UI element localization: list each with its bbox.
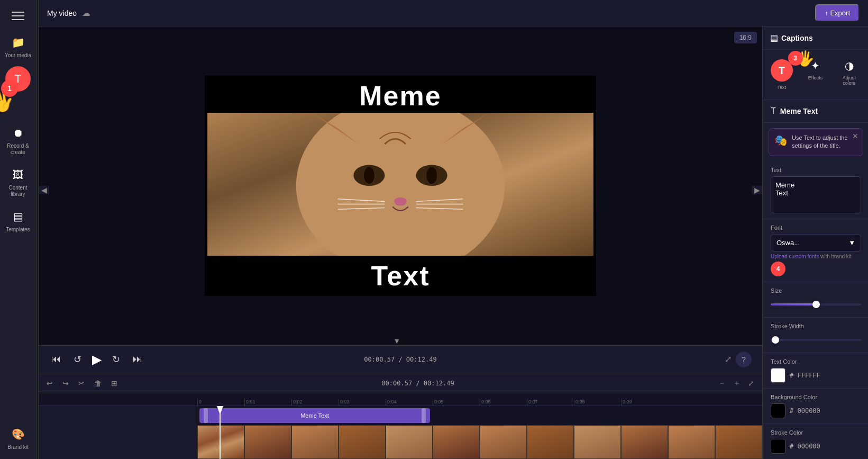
stroke-slider-thumb[interactable]: [772, 336, 779, 344]
sidebar-label-your-media: Your media: [5, 52, 31, 59]
undo-button[interactable]: ↩: [44, 377, 56, 389]
track-label-meme-text: [39, 406, 197, 425]
sidebar-item-brand-kit[interactable]: 🎨 Brand kit: [0, 422, 36, 454]
captions-icon: ▤: [770, 33, 778, 43]
time-display: 00:00.57 / 00:12.49: [364, 356, 436, 363]
ruler-marks: 0 0:01 0:02 0:03 0:04 0:05 0:06 0:07 0:0…: [197, 399, 668, 406]
adjust-colors-label: Adjustcolors: [843, 75, 856, 86]
video-thumb-6: [433, 425, 480, 459]
video-thumb-7: [480, 425, 527, 459]
video-area-wrapper: ◀ Meme: [39, 26, 762, 345]
stroke-slider-track[interactable]: [771, 339, 861, 341]
hand-cursor-3: 🖐: [796, 50, 815, 67]
fullscreen-button[interactable]: ⤢: [725, 352, 732, 367]
forward-button[interactable]: ↻: [110, 352, 122, 367]
captions-right-panel: ▤ Captions T Text 3 🖐 ✦ Effects ◑: [762, 26, 868, 459]
clip-label: Meme Text: [208, 412, 422, 419]
sidebar-label-brand-kit: Brand kit: [7, 444, 28, 451]
fit-timeline-button[interactable]: ⤢: [745, 377, 757, 389]
text-color-row: # FFFFFF: [771, 368, 861, 383]
props-bg-color-section: Background Color # 000000: [763, 389, 868, 424]
delete-button[interactable]: 🗑: [92, 377, 104, 389]
sidebar-item-text-tool[interactable]: T 1 🖐: [0, 66, 36, 92]
redo-button[interactable]: ↪: [60, 377, 71, 389]
props-text-input[interactable]: Meme Text: [771, 176, 861, 213]
font-value: Oswa...: [776, 239, 800, 247]
split-button[interactable]: ⊞: [108, 377, 120, 389]
clip-handle-left[interactable]: [204, 408, 208, 423]
ratio-badge: 16:9: [734, 32, 757, 43]
help-button[interactable]: ?: [736, 352, 752, 367]
sidebar-item-content-library[interactable]: 🖼 Contentlibrary: [0, 163, 36, 201]
props-font-label: Font: [771, 224, 861, 231]
video-track-playhead: [220, 425, 221, 459]
zoom-controls: － ＋ ⤢: [716, 377, 757, 390]
upload-fonts-link[interactable]: Upload custom fonts with brand kit: [771, 254, 861, 259]
center-right-area: My video ☁ ↑ Export ◀ Meme: [39, 0, 868, 459]
ruler-mark-4: 0:04: [386, 399, 433, 406]
size-slider-track[interactable]: [771, 303, 861, 305]
font-selector[interactable]: Oswa... ▼: [771, 234, 861, 251]
props-panel-header: T Meme Text: [763, 100, 868, 123]
stroke-color-swatch[interactable]: [771, 439, 785, 454]
panel-collapse-left[interactable]: ◀: [39, 186, 49, 194]
captions-title: Captions: [781, 34, 813, 42]
size-slider-thumb[interactable]: [812, 301, 820, 308]
hand-cursor-1: 🖐: [0, 87, 17, 116]
svg-point-7: [394, 197, 407, 206]
skip-forward-button[interactable]: ⏭: [131, 352, 144, 367]
clip-handle-right[interactable]: [422, 408, 426, 423]
props-text-label: Text: [771, 167, 861, 173]
media-icon: 📁: [10, 34, 26, 51]
annotation-4-container: 4: [771, 259, 785, 276]
sidebar-item-record[interactable]: ⏺ Record & create: [0, 121, 36, 159]
right-icon-adjust-colors[interactable]: ◑ Adjustcolors: [832, 55, 866, 94]
panel-expand-right[interactable]: ▶: [752, 186, 762, 194]
cat-image-area: [205, 113, 596, 259]
ruler-mark-6: 0:06: [480, 399, 527, 406]
svg-point-2: [296, 113, 505, 259]
meme-top-text: Meme: [205, 76, 596, 116]
ruler-mark-7: 0:07: [527, 399, 574, 406]
tooltip-emoji: 🎭: [774, 134, 788, 150]
timeline-tracks: Meme Text: [39, 406, 762, 459]
stroke-color-hex: # 000000: [790, 443, 820, 450]
top-bar: My video ☁ ↑ Export: [39, 0, 868, 26]
ruler-mark-8: 0:08: [574, 399, 621, 406]
props-size-section: Size: [763, 282, 868, 318]
effects-label: Effects: [808, 75, 823, 80]
export-button[interactable]: ↑ Export: [815, 4, 860, 22]
playhead[interactable]: [220, 406, 221, 425]
bg-color-row: # 000000: [771, 403, 861, 418]
zoom-in-button[interactable]: ＋: [730, 377, 743, 390]
meme-text-track-row: Meme Text: [39, 406, 762, 425]
zoom-out-button[interactable]: －: [716, 377, 728, 390]
video-track-content: [197, 425, 762, 459]
ruler-mark-3: 0:03: [339, 399, 386, 406]
video-track-row: [39, 425, 762, 459]
preview-area: Meme: [39, 26, 762, 345]
font-dropdown-icon: ▼: [848, 239, 855, 247]
video-thumb-4: [339, 425, 386, 459]
meme-text-clip[interactable]: Meme Text: [199, 408, 430, 423]
cloud-icon: ☁: [82, 8, 90, 18]
cat-image-svg: [205, 113, 596, 259]
hamburger-menu[interactable]: [7, 5, 29, 26]
play-button[interactable]: ▶: [92, 352, 102, 367]
text-color-swatch[interactable]: [771, 368, 785, 383]
tooltip-close-button[interactable]: ✕: [852, 132, 858, 140]
top-bar-right: ↑ Export: [815, 4, 860, 22]
record-icon: ⏺: [10, 124, 26, 141]
stroke-color-row: # 000000: [771, 439, 861, 454]
sidebar-item-templates[interactable]: ▤ Templates: [0, 205, 36, 236]
bg-color-swatch[interactable]: [771, 403, 785, 418]
right-icon-text[interactable]: T Text 3 🖐: [765, 55, 799, 94]
props-panel: T Meme Text 🎭 Use Text to adjust the set…: [763, 100, 868, 459]
video-thumb-8: [527, 425, 574, 459]
ruler-mark-0: 0: [197, 399, 244, 406]
cut-button[interactable]: ✂: [76, 377, 87, 389]
skip-back-button[interactable]: ⏮: [49, 352, 63, 367]
rewind-button[interactable]: ↺: [71, 352, 84, 367]
sidebar-item-your-media[interactable]: 📁 Your media: [0, 31, 36, 62]
props-text-section: Text Meme Text: [763, 161, 868, 219]
